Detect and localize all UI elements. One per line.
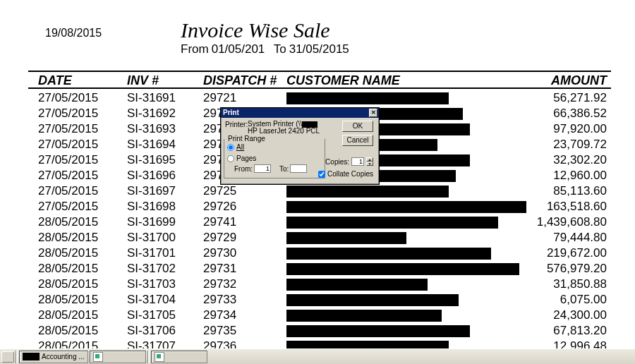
table-row: 28/05/2015SI-31699297411,439,608.80 — [28, 214, 611, 230]
cell-date: 28/05/2015 — [38, 215, 98, 229]
pages-from-input[interactable] — [254, 164, 271, 173]
table-row: 27/05/2015SI-316912972156,271.92 — [28, 90, 611, 106]
cell-amount: 66,386.52 — [553, 107, 607, 121]
dialog-body: Printer: System Printer (\\ HP LaserJet … — [221, 118, 379, 123]
cell-inv: SI-31699 — [127, 215, 176, 229]
print-range-group: Print Range All Pages From: To: — [224, 139, 325, 178]
cell-customer-redacted — [286, 186, 449, 198]
table-row: 28/05/2015SI-3170129730219,672.00 — [28, 245, 611, 261]
taskbar-separator — [147, 351, 150, 363]
cell-customer-redacted — [286, 248, 491, 260]
cell-customer-redacted — [286, 217, 498, 229]
table-row: 28/05/2015SI-317052973424,300.00 — [28, 308, 611, 323]
printer-label: Printer: — [225, 121, 248, 128]
cell-amount: 32,302.20 — [553, 153, 607, 167]
radio-pages[interactable]: Pages — [227, 154, 256, 162]
cell-date: 27/05/2015 — [38, 153, 98, 167]
cell-inv: SI-31695 — [127, 153, 176, 167]
cell-customer-redacted — [286, 263, 519, 275]
cell-customer-redacted — [286, 92, 449, 104]
ok-button[interactable]: OK — [342, 121, 373, 132]
table-row: 28/05/2015SI-317032973231,850.88 — [28, 277, 611, 292]
print-dialog: Print ✕ Printer: System Printer (\\ HP L… — [220, 107, 380, 185]
radio-all-input[interactable] — [227, 144, 234, 151]
print-range-title: Print Range — [226, 135, 267, 142]
copies-spinner[interactable]: ▲ ▼ — [366, 157, 373, 166]
to-date: 31/05/2015 — [289, 42, 349, 56]
app-icon — [93, 352, 103, 362]
cell-date: 27/05/2015 — [38, 169, 98, 183]
cell-customer-redacted — [286, 232, 406, 244]
taskbar-item-2[interactable] — [90, 351, 146, 363]
close-icon[interactable]: ✕ — [369, 109, 377, 117]
cell-inv: SI-31706 — [127, 324, 176, 338]
cell-date: 28/05/2015 — [38, 246, 98, 260]
dialog-title-text: Print — [223, 109, 239, 116]
cell-amount: 6,075.00 — [560, 293, 607, 307]
cell-inv: SI-31693 — [127, 122, 176, 136]
cell-inv: SI-31705 — [127, 308, 176, 322]
col-customer: CUSTOMER NAME — [286, 73, 400, 88]
cell-amount: 97,920.00 — [553, 122, 607, 136]
cell-amount: 24,300.00 — [553, 308, 607, 322]
col-dispatch: DISPATCH # — [203, 73, 277, 88]
cell-date: 28/05/2015 — [38, 262, 98, 276]
cell-customer-redacted — [286, 325, 470, 337]
cell-inv: SI-31702 — [127, 262, 176, 276]
cell-date: 28/05/2015 — [38, 293, 98, 307]
cell-date: 27/05/2015 — [38, 184, 98, 198]
col-inv: INV # — [127, 73, 159, 88]
cell-dispatch: 29725 — [203, 184, 236, 198]
cell-amount: 219,672.00 — [547, 246, 607, 260]
spin-down-icon[interactable]: ▼ — [366, 162, 373, 166]
cell-amount: 56,271.92 — [553, 91, 607, 105]
cell-inv: SI-31700 — [127, 231, 176, 245]
pages-to: To: — [279, 164, 307, 173]
cell-dispatch: 29731 — [203, 262, 236, 276]
cell-date: 28/05/2015 — [38, 324, 98, 338]
cell-dispatch: 29732 — [203, 277, 236, 291]
cancel-button[interactable]: Cancel — [342, 135, 373, 146]
cell-customer-redacted — [286, 201, 526, 213]
report-title: Invoice Wise Sale — [181, 18, 330, 42]
redacted-block — [23, 353, 40, 360]
cell-date: 27/05/2015 — [38, 200, 98, 214]
table-row: 27/05/2015SI-3169829726163,518.60 — [28, 199, 611, 214]
cell-dispatch: 29733 — [203, 293, 236, 307]
cell-dispatch: 29730 — [203, 246, 236, 260]
cell-inv: SI-31704 — [127, 293, 176, 307]
taskbar-item-1[interactable]: Accounting ... — [19, 351, 88, 363]
radio-pages-input[interactable] — [227, 155, 234, 162]
app-icon — [155, 352, 164, 362]
copies-input[interactable] — [351, 157, 364, 166]
cell-date: 28/05/2015 — [38, 277, 98, 291]
cell-amount: 1,439,608.80 — [537, 215, 607, 229]
cell-inv: SI-31696 — [127, 169, 176, 183]
cell-inv: SI-31697 — [127, 184, 176, 198]
collate-input[interactable] — [318, 171, 325, 178]
cell-amount: 85,113.60 — [553, 184, 607, 198]
date-range: From01/05/201 To31/05/2015 — [181, 42, 349, 56]
radio-all[interactable]: All — [227, 143, 244, 151]
table-row: 28/05/2015SI-31704297336,075.00 — [28, 292, 611, 308]
pages-from: From: — [234, 164, 271, 173]
cell-dispatch: 29735 — [203, 324, 236, 338]
collate-checkbox[interactable]: Collate Copies — [318, 170, 373, 178]
taskbar[interactable]: Accounting ... — [0, 348, 635, 364]
table-header: DATE INV # DISPATCH # CUSTOMER NAME AMOU… — [28, 71, 611, 89]
cell-inv: SI-31701 — [127, 246, 176, 260]
cell-dispatch: 29721 — [203, 91, 236, 105]
start-button[interactable] — [1, 351, 14, 363]
copies-field: Copies: ▲ ▼ — [325, 157, 373, 166]
col-date: DATE — [38, 73, 72, 88]
taskbar-item-3[interactable] — [151, 351, 207, 363]
from-date: 01/05/201 — [212, 42, 265, 56]
cell-inv: SI-31703 — [127, 277, 176, 291]
table-row: 28/05/2015SI-317002972979,444.80 — [28, 230, 611, 245]
dialog-titlebar[interactable]: Print ✕ — [221, 108, 379, 118]
cell-inv: SI-31694 — [127, 138, 176, 152]
cell-date: 28/05/2015 — [38, 231, 98, 245]
pages-to-input[interactable] — [290, 164, 307, 173]
table-row: 28/05/2015SI-317062973567,813.20 — [28, 323, 611, 339]
cell-dispatch: 29734 — [203, 308, 236, 322]
